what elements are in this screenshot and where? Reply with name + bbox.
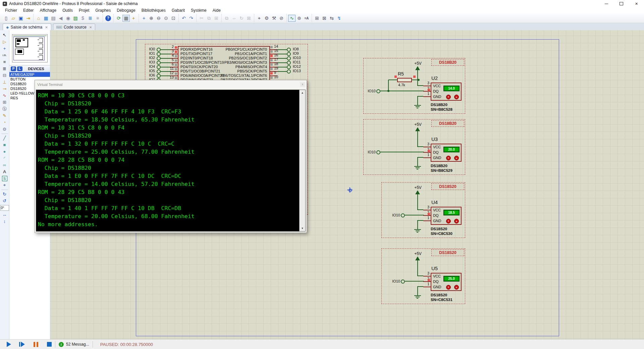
scroll-up-icon[interactable]: ▲	[300, 90, 305, 95]
terminal-icon[interactable]	[157, 65, 161, 69]
selection-tool-icon[interactable]: ↖	[1, 32, 8, 39]
redo-icon[interactable]: ↷	[187, 15, 195, 22]
menu-outils[interactable]: Outils	[59, 8, 76, 13]
wire-label-mode-icon[interactable]: LBL	[1, 52, 8, 59]
virtual-instruments-mode-icon[interactable]: ⊙	[1, 126, 8, 133]
menu-aide[interactable]: Aide	[210, 8, 224, 13]
terminal-icon[interactable]	[157, 69, 161, 73]
scroll-down-icon[interactable]: ▼	[300, 226, 305, 231]
flip-horizontal-icon[interactable]: ↔	[1, 211, 8, 218]
2d-circle-icon[interactable]: ●	[1, 148, 8, 155]
menu-fichier[interactable]: Fichier	[2, 8, 20, 13]
junction-dot-mode-icon[interactable]: +	[1, 45, 8, 52]
terminal-icon[interactable]	[287, 69, 291, 73]
step-button[interactable]	[19, 342, 25, 347]
sensor-body[interactable]: VCCDQGND14.0▼▲	[431, 83, 462, 101]
menu-d-bogage[interactable]: Débogage	[114, 8, 138, 13]
decrease-temp-button[interactable]: ▼	[446, 156, 451, 160]
paste-icon[interactable]: ⊞	[213, 15, 220, 22]
menu-editer[interactable]: Editer	[20, 8, 37, 13]
increase-temp-button[interactable]: ▲	[454, 219, 459, 223]
terminal-icon[interactable]	[157, 52, 161, 56]
tab-close-icon[interactable]: ✕	[89, 26, 92, 29]
terminal-icon[interactable]	[401, 213, 405, 217]
terminal-icon[interactable]	[376, 150, 380, 154]
decrease-temp-button[interactable]: ▼	[446, 285, 451, 290]
sensor-body[interactable]: VCCDQGND20.0▼▲	[431, 144, 462, 162]
virtual-terminal-titlebar[interactable]: Virtual Terminal	[35, 80, 307, 89]
pause-button[interactable]	[34, 342, 38, 347]
3d-viewer-icon[interactable]: ◀	[57, 15, 64, 22]
play-button[interactable]	[7, 342, 11, 347]
tab-saisie-de-sch-ma[interactable]: ◈Saisie de schéma✕	[3, 23, 51, 31]
zoom-out-icon[interactable]: ⊖	[155, 15, 162, 22]
close-button[interactable]: ✕	[629, 0, 644, 7]
rotation-angle-field[interactable]	[0, 205, 9, 211]
electrical-rules-icon[interactable]: ≣	[87, 15, 94, 22]
decompose-icon[interactable]: ⊘	[278, 15, 285, 22]
block-move-icon[interactable]: ⇔	[230, 15, 238, 22]
refresh-display-icon[interactable]: ⟳	[115, 15, 122, 22]
menu-gabarit[interactable]: Gabarit	[169, 8, 188, 13]
pick-devices-button[interactable]: P	[11, 66, 16, 71]
terminal-icon[interactable]	[287, 61, 291, 65]
terminal-scrollbar[interactable]: ▲ ▼	[299, 90, 305, 231]
sensor-u3[interactable]: U3321VCCDQGND20.0▼▲DS18B20SN=B8C529	[431, 138, 462, 174]
voltage-probe-mode-icon[interactable]: ✎	[1, 112, 8, 119]
bus-mode-icon[interactable]: ≣	[1, 65, 8, 72]
menu-affichage[interactable]: Affichage	[37, 8, 59, 13]
home-page-icon[interactable]: ⌂	[35, 15, 42, 22]
library-button[interactable]: L	[17, 66, 22, 71]
increase-temp-button[interactable]: ▲	[454, 156, 459, 160]
message-count[interactable]: 52 Messag...	[66, 342, 89, 347]
zoom-extents-icon[interactable]: ⊙	[162, 15, 170, 22]
remove-sheet-icon[interactable]: ⊠	[321, 15, 328, 22]
graph-mode-icon[interactable]: ∿	[1, 92, 8, 99]
increase-temp-button[interactable]: ▲	[454, 95, 459, 99]
make-device-icon[interactable]: ⚙	[263, 15, 270, 22]
maximize-button[interactable]	[614, 0, 629, 7]
open-project-icon[interactable]: ▱	[10, 15, 17, 22]
source-code-icon[interactable]: ≡	[94, 15, 101, 22]
terminal-icon[interactable]	[376, 89, 380, 93]
2d-arc-icon[interactable]: ◜	[1, 155, 8, 162]
schematic-capture-icon[interactable]: ▦	[42, 15, 50, 22]
terminal-mode-icon[interactable]: ⊥	[1, 79, 8, 86]
sensor-u5[interactable]: U5321VCCDQGND25.0▼▲DS18S20SN=C8C531	[431, 267, 462, 304]
block-rotate-icon[interactable]: ↻	[238, 15, 245, 22]
pan-view-icon[interactable]: +	[140, 15, 148, 22]
messages-info-icon[interactable]: i	[59, 342, 64, 347]
terminal-icon[interactable]	[287, 56, 291, 60]
zoom-in-icon[interactable]: ⊕	[148, 15, 155, 22]
text-script-mode-icon[interactable]: ≡	[1, 59, 8, 65]
import-project-icon[interactable]: ⇥	[24, 15, 32, 22]
device-item-atmega328p[interactable]: ATMEGA328P	[9, 72, 50, 77]
decrease-temp-button[interactable]: ▼	[446, 95, 451, 99]
menu-syst-me[interactable]: Système	[188, 8, 210, 13]
menu-graphes[interactable]: Graphes	[92, 8, 114, 13]
terminal-icon[interactable]	[157, 74, 161, 78]
rotate-anticlockwise-icon[interactable]: ↺	[1, 198, 8, 204]
wire-autorouter-icon[interactable]: ∿	[288, 15, 296, 22]
decrease-temp-button[interactable]: ▼	[446, 219, 451, 223]
subcircuit-mode-icon[interactable]: ⊟	[1, 72, 8, 79]
menu-projet[interactable]: Projet	[76, 8, 92, 13]
2d-text-icon[interactable]: A	[1, 168, 8, 175]
gerber-viewer-icon[interactable]: ◉	[64, 15, 72, 22]
zap-icon[interactable]: ↯	[335, 15, 343, 22]
terminal-icon[interactable]	[401, 280, 405, 284]
sensor-body[interactable]: VCCDQGND18.5▼▲	[431, 207, 462, 225]
device-pin-mode-icon[interactable]: ⊸	[1, 86, 8, 92]
design-explorer-icon[interactable]: ▧	[72, 15, 79, 22]
minimize-button[interactable]	[599, 0, 614, 7]
block-delete-icon[interactable]: ⊠	[245, 15, 253, 22]
cut-icon[interactable]: ✂	[198, 15, 205, 22]
toggle-grid-icon[interactable]: ▦	[122, 15, 130, 22]
save-project-icon[interactable]: ▣	[17, 15, 24, 22]
menu-biblioth-ques[interactable]: Bibliothèques	[139, 8, 169, 13]
2d-path-icon[interactable]: ∞	[1, 162, 8, 168]
2d-box-icon[interactable]: ■	[1, 142, 8, 148]
terminal-icon[interactable]	[287, 52, 291, 56]
help-icon[interactable]: ?	[105, 15, 111, 21]
tab-code-source[interactable]: 0101Code source✕	[53, 23, 96, 31]
